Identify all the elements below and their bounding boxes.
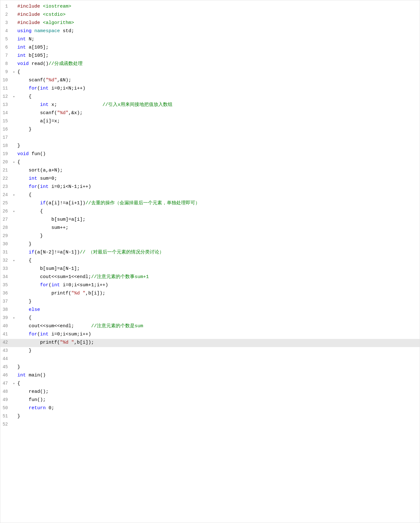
line-number: 22 [0,175,12,182]
code-line: 22 int sum=0; [0,175,420,183]
line-number: 12 [0,93,12,100]
line-content: printf("%d ",b[i]); [16,290,420,297]
line-content: int sum=0; [16,175,420,183]
code-line: 40 cout<<sum<<endl; //注意元素的个数是sum [0,323,420,331]
collapse-arrow[interactable]: ▾ [12,258,16,264]
line-number: 20 [0,159,12,166]
line-content: else [16,306,420,314]
line-number: 6 [0,44,12,51]
code-line: 23 for(int i=0;i<N-1;i++) [0,183,420,191]
code-line: 25 if(a[i]!=a[i+1])//去重的操作（会漏掉最后一个元素，单独处… [0,200,420,208]
line-content: } [16,298,420,305]
line-content: #include <algorithm> [16,19,420,27]
line-content: { [16,380,420,387]
code-line: 16 } [0,126,420,134]
line-content: read(); [16,388,420,396]
line-content: } [16,241,420,248]
line-content: int b[105]; [16,52,420,60]
line-number: 5 [0,36,12,43]
line-number: 34 [0,273,12,280]
code-line: 4 using namespace std; [0,27,420,36]
collapse-arrow[interactable]: ▾ [12,381,16,387]
collapse-arrow[interactable]: ▾ [12,316,16,321]
line-content: using namespace std; [16,27,420,35]
code-line: 21 sort(a,a+N); [0,167,420,175]
line-content: } [16,413,420,420]
code-line: 44 [0,355,420,363]
line-content: sum++; [16,224,420,232]
line-content: } [16,363,420,371]
line-number: 10 [0,77,12,84]
line-content: fun(); [16,396,420,404]
code-line: 47▾{ [0,380,420,388]
line-number: 23 [0,183,12,190]
line-number: 46 [0,372,12,379]
code-line: 34 cout<<sum+1<<endl;//注意元素的个数事sum+1 [0,273,420,282]
line-content: b[sum]=a[i]; [16,216,420,224]
code-line: 28 sum++; [0,224,420,232]
code-line: 6 int a[105]; [0,44,420,52]
code-editor: 1 #include <iostream>2 #include <cstdio>… [0,0,420,523]
line-number: 8 [0,60,12,67]
code-line: 41 for(int i=0;i<sum;i++) [0,331,420,339]
line-number: 2 [0,11,12,18]
line-number: 49 [0,396,12,403]
line-number: 26 [0,208,12,215]
code-line: 17 [0,134,420,142]
line-number: 37 [0,298,12,305]
code-line: 26▾ { [0,208,420,216]
line-content: cout<<sum<<endl; //注意元素的个数是sum [16,323,420,330]
line-number: 1 [0,3,12,10]
collapse-arrow[interactable]: ▾ [12,94,16,100]
line-number: 45 [0,363,12,370]
line-content: for(int i=0;i<sum;i++) [16,331,420,338]
line-content: a[i]=x; [16,118,420,125]
line-number: 9 [0,68,12,75]
code-line: 38 else [0,306,420,314]
line-content: if(a[i]!=a[i+1])//去重的操作（会漏掉最后一个元素，单独处理即可… [16,200,420,207]
line-content: b[sum]=a[N-1]; [16,265,420,273]
line-number: 19 [0,150,12,157]
line-content: { [16,257,420,264]
line-number: 29 [0,232,12,239]
line-content: } [16,232,420,240]
code-line: 13 int x; //引入x用来间接地把值放入数组 [0,101,420,109]
line-number: 18 [0,142,12,149]
code-line: 49 fun(); [0,396,420,404]
code-line: 29 } [0,232,420,241]
line-number: 28 [0,224,12,231]
line-content: void read()//分成函数处理 [16,60,420,68]
line-number: 41 [0,331,12,338]
code-line: 37 } [0,298,420,306]
collapse-arrow[interactable]: ▾ [12,193,16,198]
code-line: 2 #include <cstdio> [0,11,420,19]
line-content: { [16,314,420,322]
line-content: void fun() [16,150,420,158]
code-line: 20▾{ [0,159,420,167]
line-content: { [16,208,420,215]
line-number: 42 [0,339,12,346]
line-number: 51 [0,413,12,420]
line-content: #include <cstdio> [16,11,420,19]
line-number: 27 [0,216,12,223]
line-number: 3 [0,19,12,26]
line-content: } [16,142,420,150]
line-number: 30 [0,241,12,247]
line-number: 14 [0,109,12,116]
collapse-arrow[interactable]: ▾ [12,160,16,166]
line-number: 24 [0,191,12,198]
line-number: 31 [0,249,12,256]
line-number: 35 [0,282,12,288]
collapse-arrow[interactable]: ▾ [12,70,16,75]
code-line: 11 for(int i=0;i<N;i++) [0,85,420,93]
collapse-arrow[interactable]: ▾ [12,209,16,215]
line-content: printf("%d ",b[i]); [16,339,420,346]
code-line: 8 void read()//分成函数处理 [0,60,420,68]
code-line: 43 } [0,347,420,355]
line-number: 39 [0,314,12,321]
line-number: 38 [0,306,12,313]
line-number: 36 [0,290,12,297]
line-content: { [16,68,420,76]
line-content: } [16,126,420,133]
code-line: 46 int main() [0,372,420,380]
